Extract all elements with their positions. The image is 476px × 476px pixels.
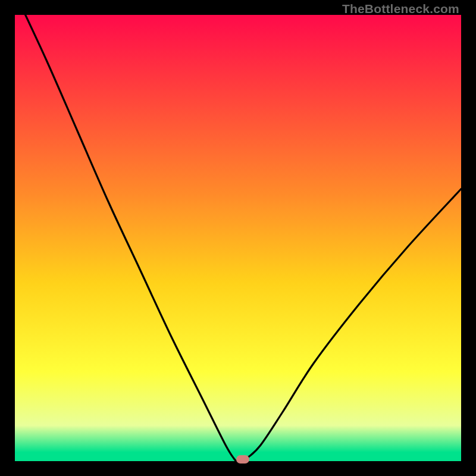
watermark-text: TheBottleneck.com bbox=[342, 2, 459, 16]
bottleneck-curve bbox=[15, 15, 461, 461]
plot-area bbox=[15, 15, 461, 461]
optimum-marker bbox=[236, 455, 249, 464]
chart-frame: TheBottleneck.com bbox=[0, 0, 476, 476]
